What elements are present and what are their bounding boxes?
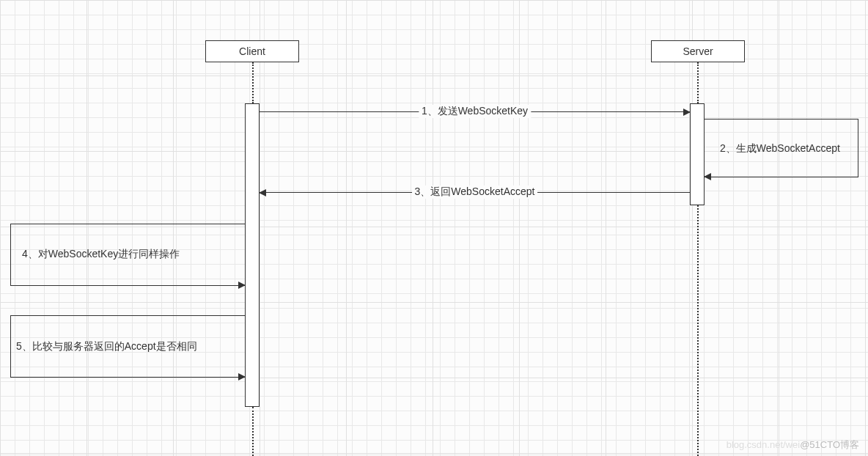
message-1: 1、发送WebSocketKey (260, 111, 690, 112)
message-3: 3、返回WebSocketAccept (260, 192, 690, 193)
participant-server-label: Server (683, 45, 713, 57)
message-4-label: 4、对WebSocketKey进行同样操作 (22, 248, 180, 261)
watermark: blog.csdn.net/wei@51CTO博客 (727, 438, 859, 452)
participant-client: Client (205, 40, 299, 62)
activation-client (245, 103, 260, 407)
activation-server (690, 103, 705, 205)
participant-client-label: Client (239, 45, 265, 57)
message-5-label: 5、比较与服务器返回的Accept是否相同 (16, 340, 197, 353)
message-2-label: 2、生成WebSocketAccept (720, 142, 840, 155)
message-1-label: 1、发送WebSocketKey (419, 105, 531, 118)
participant-server: Server (651, 40, 745, 62)
lifeline-server-bottom (697, 205, 699, 456)
message-3-label: 3、返回WebSocketAccept (412, 185, 538, 199)
lifeline-server (697, 62, 699, 103)
lifeline-client-bottom (252, 407, 254, 456)
lifeline-client (252, 62, 254, 103)
